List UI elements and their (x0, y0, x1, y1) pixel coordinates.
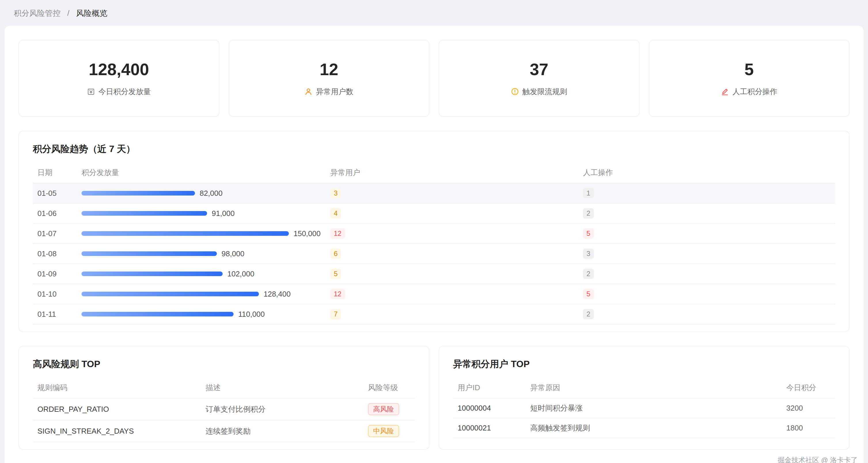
users-table-row: 10000004短时间积分暴涨3200 (453, 398, 835, 418)
stat-value: 128,400 (89, 60, 149, 79)
rules-table: 规则编码 描述 风险等级 ORDER_PAY_RATIO订单支付比例积分高风险S… (33, 377, 415, 442)
trend-issued-cell: 91,000 (77, 203, 326, 223)
rules-table-row: ORDER_PAY_RATIO订单支付比例积分高风险 (33, 398, 415, 420)
trend-date: 01-06 (33, 203, 77, 223)
risk-level-tag: 中风险 (368, 425, 399, 437)
abnormal-count-badge: 6 (330, 248, 341, 259)
main-panel: 128,400 今日积分发放量 12 (5, 26, 863, 463)
stat-label: 人工积分操作 (732, 87, 777, 97)
trend-issued-cell: 110,000 (77, 304, 326, 324)
abnormal-count-badge: 12 (330, 228, 345, 239)
issued-bar-group: 98,000 (82, 249, 321, 258)
user-icon (304, 88, 312, 96)
trend-table-row[interactable]: 01-09102,00052 (33, 264, 835, 284)
rule-code: ORDER_PAY_RATIO (33, 398, 201, 420)
issued-value: 150,000 (293, 229, 320, 238)
rule-code: SIGN_IN_STREAK_2_DAYS (33, 420, 201, 442)
issued-value: 82,000 (199, 189, 223, 198)
warning-circle-icon (511, 88, 519, 96)
users-header-row: 用户ID 异常原因 今日积分 (453, 377, 835, 398)
user-id: 10000021 (453, 418, 526, 438)
trend-abnormal-cell: 7 (326, 304, 579, 324)
users-table-row: 10000021高频触发签到规则1800 (453, 418, 835, 438)
rules-col-code: 规则编码 (33, 377, 201, 398)
manual-count-badge: 2 (583, 309, 593, 319)
abnormal-count-badge: 7 (330, 309, 341, 319)
trend-table-row[interactable]: 01-0691,00042 (33, 203, 835, 223)
users-col-reason: 异常原因 (526, 377, 782, 398)
stat-card-abnormal-users: 12 异常用户数 (229, 40, 430, 117)
stat-card-rate-limit-rules: 37 触发限流规则 (439, 40, 640, 117)
rules-table-row: SIGN_IN_STREAK_2_DAYS连续签到奖励中风险 (33, 420, 415, 442)
trend-table-row[interactable]: 01-10128,400125 (33, 284, 835, 304)
trend-table-row[interactable]: 01-11110,00072 (33, 304, 835, 324)
bottom-section: 高风险规则 TOP 规则编码 描述 风险等级 ORDER_PAY_RATIO订单… (19, 346, 849, 450)
rules-col-level: 风险等级 (364, 377, 415, 398)
trend-date: 01-07 (33, 223, 77, 244)
trend-issued-cell: 128,400 (77, 284, 326, 304)
trend-date: 01-11 (33, 304, 77, 324)
issued-bar (82, 292, 259, 296)
user-id: 10000004 (453, 398, 526, 418)
trend-table-row[interactable]: 01-0582,00031 (33, 183, 835, 203)
today-points: 1800 (782, 418, 835, 438)
trend-manual-cell: 1 (578, 183, 835, 203)
issued-bar-group: 82,000 (82, 189, 321, 198)
trend-abnormal-cell: 12 (326, 284, 579, 304)
manual-count-badge: 2 (583, 208, 593, 219)
users-title: 异常积分用户 TOP (453, 358, 835, 371)
manual-count-badge: 1 (583, 188, 593, 198)
trend-issued-cell: 102,000 (77, 264, 326, 284)
trend-col-issued: 积分发放量 (77, 162, 326, 183)
trend-manual-cell: 2 (578, 264, 835, 284)
issued-value: 110,000 (238, 310, 265, 319)
abnormal-reason: 短时间积分暴涨 (526, 398, 782, 418)
rule-description: 订单支付比例积分 (201, 398, 364, 420)
trend-title: 积分风险趋势（近 7 天） (33, 143, 835, 155)
trend-abnormal-cell: 12 (326, 223, 579, 244)
issued-bar (82, 231, 289, 236)
issued-value: 98,000 (221, 249, 245, 258)
trend-abnormal-cell: 4 (326, 203, 579, 223)
abnormal-users-card: 异常积分用户 TOP 用户ID 异常原因 今日积分 10000004短时间积分暴… (439, 346, 849, 450)
trend-col-abnormal: 异常用户 (326, 162, 579, 183)
watermark: 掘金技术社区 @ 洛卡卡了 (778, 456, 858, 463)
issued-bar (82, 272, 223, 276)
trend-date: 01-08 (33, 244, 77, 264)
stat-label: 触发限流规则 (522, 87, 567, 97)
manual-count-badge: 5 (583, 228, 593, 239)
trend-manual-cell: 3 (578, 244, 835, 264)
trend-table-row[interactable]: 01-07150,000125 (33, 223, 835, 244)
stats-row: 128,400 今日积分发放量 12 (19, 40, 849, 117)
issued-value: 128,400 (264, 290, 290, 299)
trend-header-row: 日期 积分发放量 异常用户 人工操作 (33, 162, 835, 183)
trend-date: 01-05 (33, 183, 77, 203)
trend-table: 日期 积分发放量 异常用户 人工操作 01-0582,0003101-0691,… (33, 162, 835, 325)
trend-date: 01-09 (33, 264, 77, 284)
breadcrumb: 积分风险管控 / 风险概览 (0, 0, 868, 26)
stat-card-manual-operations: 5 人工积分操作 (649, 40, 850, 117)
risk-level-tag: 高风险 (368, 403, 399, 415)
trend-abnormal-cell: 6 (326, 244, 579, 264)
stat-label: 异常用户数 (316, 87, 353, 97)
issued-bar-group: 150,000 (82, 229, 321, 238)
issued-bar-group: 102,000 (82, 270, 321, 278)
breadcrumb-separator: / (67, 9, 70, 18)
trend-date: 01-10 (33, 284, 77, 304)
stat-value: 37 (530, 60, 548, 79)
rules-col-desc: 描述 (201, 377, 364, 398)
trend-col-manual: 人工操作 (578, 162, 835, 183)
trend-issued-cell: 82,000 (77, 183, 326, 203)
manual-count-badge: 5 (583, 289, 593, 299)
trend-abnormal-cell: 3 (326, 183, 579, 203)
rule-level-cell: 中风险 (364, 420, 415, 442)
trend-manual-cell: 5 (578, 223, 835, 244)
trend-issued-cell: 98,000 (77, 244, 326, 264)
issued-bar-group: 91,000 (82, 209, 321, 218)
edit-pen-icon (721, 88, 729, 96)
breadcrumb-item-parent[interactable]: 积分风险管控 (14, 9, 60, 18)
trend-table-row[interactable]: 01-0898,00063 (33, 244, 835, 264)
trend-manual-cell: 2 (578, 203, 835, 223)
issued-value: 102,000 (227, 270, 254, 278)
trend-manual-cell: 5 (578, 284, 835, 304)
